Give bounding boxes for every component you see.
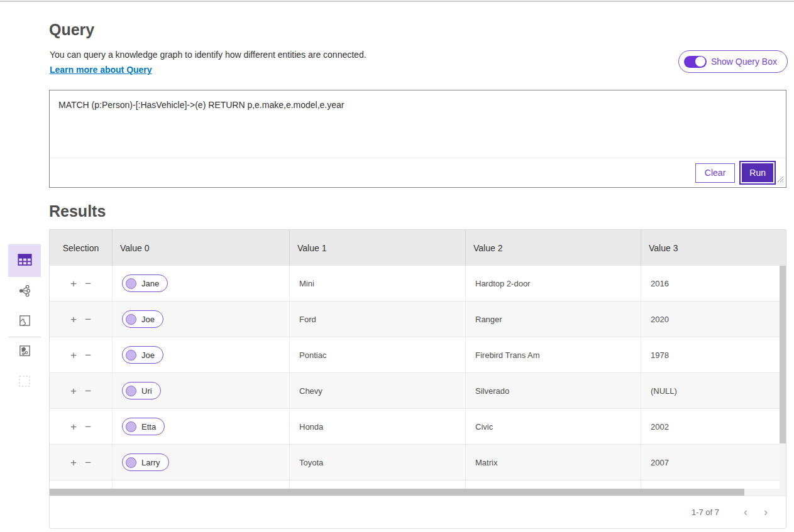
cell-year: 2007	[641, 445, 786, 480]
query-input[interactable]: MATCH (p:Person)-[:HasVehicle]->(e) RETU…	[50, 90, 786, 158]
table-body: + − Jane Mini Hardtop 2-door 2016 + − Jo…	[50, 266, 786, 489]
entity-node-icon	[126, 314, 136, 325]
cell-make: Toyota	[290, 445, 466, 480]
selection-cell: + −	[50, 266, 113, 301]
sidebar-item-link-chart-view[interactable]	[8, 280, 41, 305]
entity-node-icon	[126, 421, 136, 432]
add-selection-button[interactable]: +	[70, 421, 77, 432]
cell-make: Chevy	[290, 373, 466, 408]
pagination-label: 1-7 of 7	[692, 508, 719, 517]
selection-cell: + −	[50, 337, 113, 372]
table-header-row: Selection Value 0 Value 1 Value 2 Value …	[50, 230, 786, 266]
entity-cell: Joe	[113, 301, 290, 337]
cell-make: Pontiac	[290, 337, 466, 372]
table-row: + − Joe Ford Ranger 2020	[50, 301, 786, 337]
page-title: Query	[49, 21, 94, 39]
column-header-value2: Value 2	[466, 230, 641, 266]
add-selection-button[interactable]: +	[70, 314, 77, 325]
results-title: Results	[49, 202, 106, 220]
entity-cell: Uri	[113, 373, 290, 408]
table-row: + − Joe Pontiac Firebird Trans Am 1978	[50, 337, 786, 373]
entity-cell	[113, 480, 290, 489]
prev-page-button[interactable]: ‹	[736, 506, 756, 519]
run-button[interactable]: Run	[741, 162, 775, 183]
cell-make	[290, 480, 466, 489]
toggle-knob	[695, 57, 705, 67]
cell-year: 2016	[641, 266, 786, 301]
remove-selection-button[interactable]: −	[85, 457, 91, 468]
add-selection-button[interactable]: +	[70, 386, 77, 396]
vertical-scrollbar[interactable]	[780, 266, 786, 489]
remove-selection-button[interactable]: −	[85, 350, 91, 361]
show-query-box-toggle[interactable]: Show Query Box	[678, 50, 788, 73]
query-footer: Clear Run	[50, 158, 786, 187]
entity-chip[interactable]: Joe	[122, 310, 163, 328]
cell-model: Ranger	[466, 301, 641, 337]
new-map-view-icon	[18, 344, 32, 361]
results-footer: 1-7 of 7 ‹ ›	[50, 496, 786, 528]
learn-more-link[interactable]: Learn more about Query	[50, 65, 152, 75]
sidebar-divider	[8, 337, 41, 337]
vertical-scrollbar-thumb[interactable]	[780, 266, 786, 443]
remove-selection-button[interactable]: −	[85, 421, 91, 432]
entity-chip[interactable]: Etta	[122, 418, 165, 435]
sidebar-item-new-map-view[interactable]	[8, 339, 41, 364]
sidebar-item-map-view[interactable]	[8, 309, 41, 334]
column-header-selection: Selection	[50, 230, 113, 266]
add-selection-button[interactable]: +	[70, 457, 77, 468]
add-selection-button[interactable]: +	[70, 350, 77, 361]
entity-chip[interactable]: Larry	[122, 453, 169, 471]
entity-chip-label: Joe	[141, 350, 155, 360]
page-description: You can query a knowledge graph to ident…	[50, 50, 367, 60]
cell-make: Mini	[290, 266, 466, 301]
table-row: + − Uri Chevy Silverado (NULL)	[50, 373, 786, 409]
page: Query You can query a knowledge graph to…	[0, 0, 794, 532]
selection-cell: + −	[50, 445, 113, 480]
sidebar-item-disabled-view	[8, 370, 41, 395]
resize-handle-icon[interactable]	[777, 174, 784, 185]
entity-chip-label: Larry	[141, 458, 160, 467]
link-chart-view-icon	[17, 283, 32, 301]
cell-make: Honda	[290, 409, 466, 444]
table-view-icon	[16, 251, 33, 271]
entity-chip-label: Jane	[141, 279, 159, 288]
sidebar-item-table-view[interactable]	[8, 244, 41, 277]
entity-node-icon	[126, 386, 136, 396]
toggle-switch-icon[interactable]	[684, 56, 707, 68]
entity-chip[interactable]: Joe	[122, 346, 163, 364]
entity-chip-label: Uri	[141, 386, 152, 396]
entity-chip-label: Joe	[141, 315, 155, 324]
selection-cell: + −	[50, 301, 113, 337]
entity-cell: Larry	[113, 445, 290, 480]
results-panel: Selection Value 0 Value 1 Value 2 Value …	[49, 229, 786, 529]
add-selection-button[interactable]: +	[70, 278, 77, 289]
selection-cell: + −	[50, 373, 113, 408]
clear-button[interactable]: Clear	[695, 163, 735, 183]
horizontal-scrollbar-thumb[interactable]	[50, 489, 744, 496]
entity-chip[interactable]: Uri	[122, 382, 161, 399]
remove-selection-button[interactable]: −	[85, 386, 91, 396]
column-header-value0: Value 0	[113, 230, 290, 266]
column-header-value1: Value 1	[290, 230, 466, 266]
remove-selection-button[interactable]: −	[85, 278, 91, 289]
next-page-button[interactable]: ›	[756, 506, 776, 519]
horizontal-scrollbar[interactable]	[50, 489, 786, 496]
entity-chip-label: Etta	[141, 422, 156, 432]
cell-model: Matrix	[466, 445, 641, 480]
table-row: + − Etta Honda Civic 2002	[50, 409, 786, 445]
entity-chip[interactable]: Jane	[122, 274, 168, 292]
cell-year	[641, 480, 786, 489]
cell-make: Ford	[290, 301, 466, 337]
entity-node-icon	[126, 457, 136, 468]
cell-year: 2020	[641, 301, 786, 337]
cell-model	[466, 480, 641, 489]
table-row: + − Jane Mini Hardtop 2-door 2016	[50, 266, 786, 301]
entity-node-icon	[126, 278, 136, 289]
table-row: + − Larry Toyota Matrix 2007	[50, 445, 786, 480]
table-row: + −	[50, 480, 786, 489]
cell-model: Silverado	[466, 373, 641, 408]
remove-selection-button[interactable]: −	[85, 314, 91, 325]
table-body-wrap: + − Jane Mini Hardtop 2-door 2016 + − Jo…	[50, 266, 786, 489]
cell-year: (NULL)	[641, 373, 786, 408]
selection-cell: + −	[50, 409, 113, 444]
